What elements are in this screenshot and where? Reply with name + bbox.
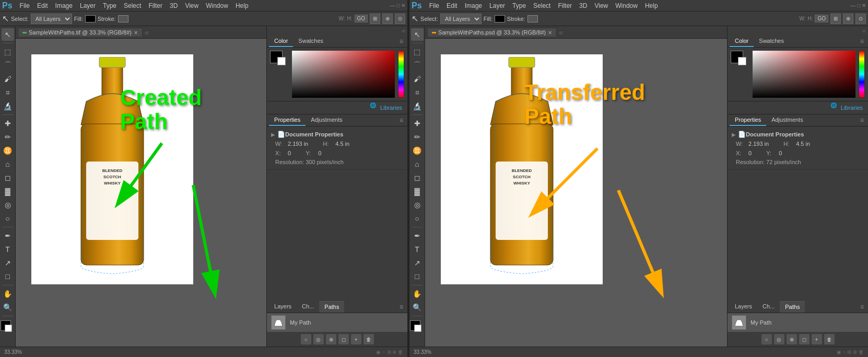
left-bp-delete-icon[interactable]: 🗑 [363,334,374,344]
left-my-path-item[interactable]: My Path [267,313,407,332]
left-bp-new-icon[interactable]: + [351,334,361,344]
right-tool-eraser[interactable]: ◻ [411,171,424,184]
right-tool-hand[interactable]: ✋ [411,287,424,300]
right-tool-text[interactable]: T [411,243,424,256]
left-doc-collapse-icon[interactable]: « [143,28,151,37]
right-tool-brush[interactable]: ✏ [411,131,424,143]
right-fill-box[interactable] [495,15,505,22]
right-zoom-icon[interactable]: ⊕ [843,14,853,24]
right-arrange-icon[interactable]: ⊞ [830,14,841,24]
left-zoom-icon[interactable]: ⊕ [382,14,393,24]
left-tool-brush[interactable]: ✏ [2,131,14,143]
right-tool-blur[interactable]: ◎ [411,199,424,211]
left-tool-zoom[interactable]: 🔍 [2,301,14,314]
left-tool-blur[interactable]: ◎ [2,199,14,211]
left-properties-tab[interactable]: Properties [269,114,306,126]
right-fg-bg-colors[interactable] [410,320,425,335]
left-adjustments-tab[interactable]: Adjustments [306,114,348,126]
right-color-tab[interactable]: Color [730,36,754,47]
left-menu-layer[interactable]: Layer [77,1,99,10]
left-menu-3d[interactable]: 3D [167,1,181,10]
right-go-btn[interactable]: GO [815,15,828,22]
left-channels-tab[interactable]: Ch... [297,301,319,313]
left-arrange-icon[interactable]: ⊞ [370,14,380,24]
left-bp-stroke-icon[interactable]: ◎ [313,334,324,344]
right-doc-props-arrow[interactable]: ▶ [732,132,736,137]
left-spectrum-bar[interactable] [398,51,404,98]
right-menu-image[interactable]: Image [462,1,485,10]
right-menu-3d[interactable]: 3D [576,1,590,10]
right-bp-fill-icon[interactable]: ○ [761,334,772,344]
left-stroke-box[interactable] [118,15,128,22]
left-tool-crop[interactable]: ⌗ [2,86,14,99]
left-tool-lasso[interactable]: ⌒ [2,59,14,72]
left-go-btn[interactable]: GO [355,15,368,22]
left-tool-gradient[interactable]: ▓ [2,185,14,198]
left-menu-image[interactable]: Image [52,1,76,10]
right-adjustments-tab[interactable]: Adjustments [766,114,808,126]
right-properties-tab[interactable]: Properties [730,114,766,126]
right-tool-pen[interactable]: ✒ [411,229,424,242]
right-color-swatches[interactable] [731,51,749,70]
right-tool-shape[interactable]: □ [411,270,424,283]
left-nav-icon[interactable]: ⊙ [395,14,405,24]
left-doc-tab[interactable]: SampleWithPaths.tif @ 33.3% (RGB/8#) ✕ [18,28,143,37]
right-all-layers-select[interactable]: All Layers [440,14,482,24]
left-bp-mask-icon[interactable]: ⊗ [326,334,336,344]
left-doc-tab-close[interactable]: ✕ [134,30,138,36]
left-tool-pen[interactable]: ✒ [2,229,14,242]
left-tool-healing[interactable]: ✚ [2,117,14,130]
left-menu-help[interactable]: Help [232,1,252,10]
right-bp-mask-icon[interactable]: ⊗ [787,334,797,344]
left-color-swatches[interactable] [270,51,289,70]
right-bp-delete-icon[interactable]: 🗑 [824,334,835,344]
right-doc-tab[interactable]: SampleWithPaths.psd @ 33.3% (RGB/8#) ✕ [427,28,557,37]
right-tool-gradient[interactable]: ▓ [411,185,424,198]
right-tool-eyedropper[interactable]: 🔬 [411,100,424,112]
right-tool-marquee[interactable]: ⬚ [411,45,424,58]
left-bottom-menu-icon[interactable]: ≡ [397,301,405,313]
left-tool-clone[interactable]: ♊ [2,144,14,157]
right-color-gradient[interactable] [753,51,855,98]
right-menu-type[interactable]: Type [509,1,529,10]
left-menu-filter[interactable]: Filter [145,1,166,10]
right-paths-tab[interactable]: Paths [780,301,805,313]
right-nav-icon[interactable]: ⊙ [855,14,866,24]
left-layers-tab[interactable]: Layers [269,301,297,313]
right-layers-tab[interactable]: Layers [730,301,757,313]
left-paths-tab[interactable]: Paths [319,301,344,313]
right-tool-history[interactable]: ⌂ [411,158,424,170]
left-tool-text[interactable]: T [2,243,14,256]
left-fill-box[interactable] [85,15,96,22]
right-bp-shape-icon[interactable]: ◻ [799,334,810,344]
left-fg-bg-colors[interactable] [1,320,15,335]
left-all-layers-select[interactable]: All Layers [31,14,72,24]
left-swatches-tab[interactable]: Swatches [293,36,329,47]
left-panel-collapse-icon[interactable]: « [402,27,405,34]
right-tool-lasso[interactable]: ⌒ [411,59,424,72]
right-menu-layer[interactable]: Layer [486,1,508,10]
left-tool-hand[interactable]: ✋ [2,287,14,300]
left-menu-view[interactable]: View [182,1,202,10]
right-libraries-btn[interactable]: Libraries [837,102,867,113]
left-libraries-btn[interactable]: Libraries [376,102,406,113]
right-bottom-menu-icon[interactable]: ≡ [858,301,866,313]
right-tool-crop[interactable]: ⌗ [411,86,424,99]
right-menu-edit[interactable]: Edit [443,1,461,10]
left-tool-shape[interactable]: □ [2,270,14,283]
right-tool-select[interactable]: ↖ [411,28,424,41]
right-bp-new-icon[interactable]: + [812,334,822,344]
left-tool-marquee[interactable]: ⬚ [2,45,14,58]
left-color-gradient[interactable] [292,51,395,98]
left-menu-type[interactable]: Type [100,1,120,10]
left-tool-history[interactable]: ⌂ [2,158,14,170]
right-tool-dodge[interactable]: ○ [411,212,424,225]
right-doc-collapse-icon[interactable]: « [557,28,565,37]
left-menu-window[interactable]: Window [203,1,231,10]
left-color-tab[interactable]: Color [269,36,293,47]
right-menu-file[interactable]: File [426,1,442,10]
right-color-menu-icon[interactable]: ≡ [858,36,866,47]
left-color-menu-icon[interactable]: ≡ [397,36,405,47]
right-tool-healing[interactable]: ✚ [411,117,424,130]
left-doc-props-arrow[interactable]: ▶ [271,132,275,137]
